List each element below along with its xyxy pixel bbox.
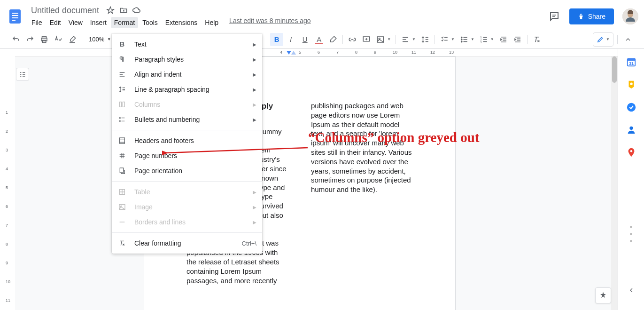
keep-icon[interactable] — [626, 79, 637, 90]
toolbar-separator — [617, 35, 618, 44]
svg-rect-2 — [12, 15, 18, 16]
menu-edit[interactable]: Edit — [47, 17, 64, 28]
paragraph-icon — [117, 55, 127, 64]
account-avatar[interactable] — [622, 8, 638, 24]
paint-format-button[interactable] — [66, 33, 79, 46]
checklist-button[interactable] — [438, 33, 451, 46]
tasks-icon[interactable] — [626, 102, 637, 113]
svg-point-13 — [461, 37, 462, 38]
format-borders-item: Borders and lines▶ — [112, 215, 262, 230]
docs-logo[interactable] — [6, 7, 24, 26]
format-page-orientation-item[interactable]: Page orientation — [112, 163, 262, 178]
format-dropdown: BText▶ Paragraph styles▶ Align and inden… — [112, 34, 262, 254]
svg-point-15 — [461, 41, 462, 42]
text-color-button[interactable]: A — [312, 33, 326, 46]
add-comment-button[interactable] — [360, 33, 373, 46]
scrollbar-thumb[interactable] — [612, 56, 617, 83]
chevron-right-icon: ▶ — [253, 117, 256, 122]
collapse-toolbar-button[interactable] — [621, 33, 635, 46]
outline-toggle-button[interactable] — [16, 68, 29, 81]
numbered-list-button[interactable]: 123 — [477, 33, 490, 46]
star-icon[interactable] — [106, 6, 115, 15]
comments-icon[interactable] — [548, 10, 561, 23]
menubar: File Edit View Insert Format Tools Exten… — [28, 17, 311, 28]
svg-text:3: 3 — [480, 40, 481, 43]
bold-button[interactable]: B — [270, 33, 283, 46]
menu-insert[interactable]: Insert — [87, 17, 110, 28]
move-icon[interactable] — [119, 6, 128, 15]
menu-separator — [112, 232, 262, 233]
chevron-down-icon[interactable]: ▼ — [490, 37, 494, 41]
toolbar-separator — [82, 35, 82, 44]
side-panel-overflow[interactable] — [630, 226, 632, 242]
format-headers-footers-item[interactable]: Headers and footers — [112, 133, 262, 148]
format-clear-item[interactable]: Clear formattingCtrl+\ — [112, 236, 262, 251]
format-page-numbers-item[interactable]: Page numbers — [112, 148, 262, 163]
format-align-item[interactable]: Align and indent▶ — [112, 67, 262, 82]
svg-point-29 — [119, 120, 120, 121]
chevron-down-icon[interactable]: ▼ — [451, 37, 455, 41]
menu-extensions[interactable]: Extensions — [162, 17, 201, 28]
align-button[interactable] — [399, 33, 412, 46]
menu-format[interactable]: Format — [111, 17, 138, 28]
share-button[interactable]: Share — [569, 8, 614, 24]
horizontal-ruler[interactable]: 4 5 6 7 8 9 10 11 12 13 — [15, 49, 618, 56]
zoom-selector[interactable]: 100%▼ — [85, 36, 112, 43]
title-area: Untitled document File Edit View Insert … — [28, 5, 311, 28]
explore-button[interactable] — [595, 287, 611, 303]
chevron-down-icon[interactable]: ▼ — [387, 37, 391, 41]
menu-file[interactable]: File — [28, 17, 46, 28]
insert-image-button[interactable] — [374, 33, 387, 46]
edit-status-link[interactable]: Last edit was 8 minutes ago — [229, 17, 311, 28]
insert-link-button[interactable] — [346, 33, 359, 46]
svg-rect-3 — [12, 17, 18, 18]
menu-tools[interactable]: Tools — [139, 17, 161, 28]
bold-icon: B — [117, 40, 127, 49]
chevron-down-icon[interactable]: ▼ — [471, 37, 474, 41]
chevron-right-icon: ▶ — [253, 42, 256, 47]
italic-button[interactable]: I — [284, 33, 297, 46]
columns-icon — [117, 100, 127, 109]
cloud-status-icon[interactable] — [132, 6, 141, 15]
calendar-icon[interactable]: 31 — [626, 56, 637, 68]
svg-text:31: 31 — [628, 61, 633, 66]
format-table-item: Table▶ — [112, 184, 262, 199]
ruler-indent-marker[interactable] — [287, 51, 291, 55]
underline-button[interactable]: U — [298, 33, 311, 46]
ruler-indent-marker[interactable] — [291, 51, 296, 55]
menu-help[interactable]: Help — [202, 17, 222, 28]
vertical-scrollbar[interactable] — [611, 56, 618, 310]
document-title[interactable]: Untitled document — [28, 5, 102, 16]
page-body-col2: publishing packages and web page editors… — [311, 101, 413, 194]
clear-formatting-button[interactable] — [530, 33, 543, 46]
bulleted-list-button[interactable] — [458, 33, 471, 46]
editing-mode-button[interactable]: ▼ — [593, 32, 613, 47]
table-icon — [117, 187, 127, 197]
print-button[interactable] — [38, 33, 51, 46]
image-icon — [117, 202, 127, 212]
chevron-right-icon: ▶ — [253, 190, 256, 195]
vertical-ruler[interactable]: 1 2 3 4 5 6 7 8 9 10 11 — [0, 49, 15, 310]
header-footer-icon — [117, 136, 127, 145]
undo-button[interactable] — [9, 33, 23, 46]
svg-rect-27 — [123, 102, 124, 107]
menu-view[interactable]: View — [65, 17, 86, 28]
chevron-down-icon[interactable]: ▼ — [412, 37, 416, 41]
decrease-indent-button[interactable] — [497, 33, 510, 46]
svg-rect-30 — [120, 138, 125, 143]
borders-icon — [117, 217, 127, 227]
maps-icon[interactable] — [626, 147, 637, 158]
spellcheck-button[interactable] — [52, 33, 65, 46]
contacts-icon[interactable] — [626, 124, 637, 135]
align-icon — [117, 70, 127, 79]
side-panel-collapse-icon[interactable] — [628, 286, 635, 296]
format-columns-item: Columns▶ — [112, 97, 262, 112]
format-text-item[interactable]: BText▶ — [112, 37, 262, 52]
increase-indent-button[interactable] — [511, 33, 524, 46]
highlight-button[interactable] — [326, 33, 340, 46]
format-bullets-item[interactable]: Bullets and numbering▶ — [112, 112, 262, 127]
format-paragraph-styles-item[interactable]: Paragraph styles▶ — [112, 52, 262, 67]
line-spacing-button[interactable] — [419, 33, 432, 46]
redo-button[interactable] — [23, 33, 37, 46]
format-spacing-item[interactable]: Line & paragraph spacing▶ — [112, 82, 262, 97]
